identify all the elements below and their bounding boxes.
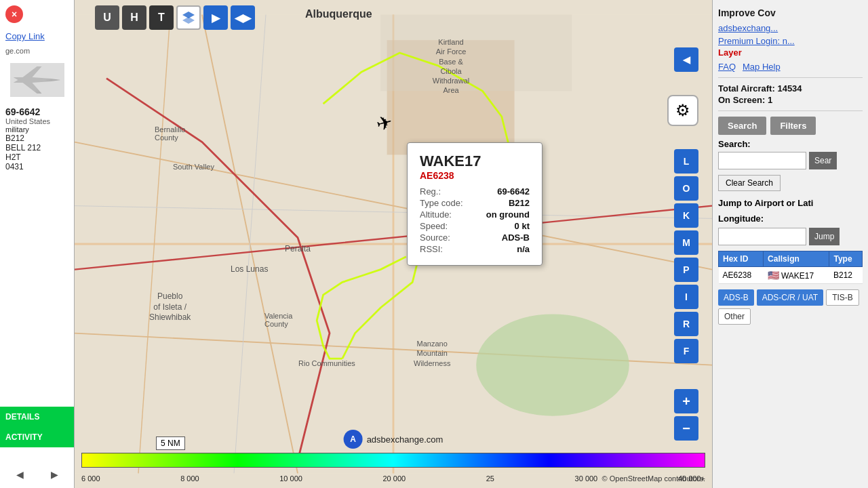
col-hex-id: Hex ID — [719, 251, 764, 266]
jump-label: Jump to Airport or Lati — [718, 198, 863, 209]
map-area[interactable]: Albuquerque KirtlandAir ForceBase &Cibol… — [75, 0, 712, 488]
popup-speed-label: Speed: — [420, 221, 448, 231]
popup-alt-label: Altitude: — [420, 209, 452, 220]
left-url: ge.com — [0, 45, 74, 56]
plane-silhouette-icon — [14, 66, 61, 94]
map-label-south-valley: South Valley — [173, 163, 214, 171]
popup-hex: AE6238 — [420, 170, 530, 181]
search-button[interactable]: Search — [718, 117, 766, 135]
longitude-label: Longitude: — [718, 214, 863, 225]
cell-hex: AE6238 — [719, 266, 764, 283]
panel-layer-label: Layer — [718, 47, 863, 58]
cell-flag-callsign: 🇺🇸 WAKE17 — [764, 266, 829, 283]
scroll-right-arrow-icon[interactable]: ▶ — [51, 469, 58, 480]
map-btn-o[interactable]: O — [674, 176, 698, 201]
gear-button[interactable]: ⚙ — [667, 95, 698, 126]
popup-type-label: Type code: — [420, 198, 463, 208]
layers-icon — [181, 10, 196, 25]
map-btn-i[interactable]: I — [674, 285, 698, 309]
source-adsc-button[interactable]: ADS-C/R / UAT — [757, 289, 823, 306]
jump-input[interactable] — [718, 228, 806, 245]
popup-reg-label: Reg.: — [420, 186, 441, 197]
panel-title: Improve Cov — [718, 7, 863, 19]
map-btn-r[interactable]: R — [674, 312, 698, 336]
left-panel: × Copy Link ge.com 69-6642 United States… — [0, 0, 75, 488]
adsbexchange-logo: A adsbexchange.com — [344, 430, 443, 449]
nm-box: 5 NM — [156, 436, 185, 450]
popup-callsign: WAKE17 — [420, 152, 530, 170]
map-btn-m[interactable]: M — [674, 230, 698, 255]
left-military: military — [5, 125, 68, 134]
map-btn-p[interactable]: P — [674, 258, 698, 282]
svg-line-5 — [138, 15, 170, 474]
map-label-peralta: Peralta — [285, 244, 311, 253]
panel-premium-login[interactable]: Premium Login: n... — [718, 36, 863, 46]
zoom-in-button[interactable]: + — [674, 389, 698, 413]
activity-button[interactable]: ACTIVITY — [0, 427, 75, 447]
btn-arrow-leftright[interactable]: ◀▶ — [231, 5, 255, 30]
popup-type-value: B212 — [475, 198, 530, 208]
left-info: 69-6642 United States military B212 BELL… — [0, 104, 74, 174]
left-hex-id: 0431 — [5, 162, 68, 171]
panel-map-help-link[interactable]: Map Help — [743, 62, 781, 72]
jump-row: Jump — [718, 228, 863, 245]
popup-alt-value: on ground — [475, 209, 530, 220]
copyright-text: © OpenStreetMap contributors. — [602, 474, 705, 483]
alt-label-1: 6 000 — [81, 474, 100, 483]
popup-source-label: Source: — [420, 232, 450, 243]
left-country: United States — [5, 117, 68, 125]
map-toolbar: U H T ▶ ◀▶ — [95, 5, 255, 30]
map-label-rio-communities: Rio Communities — [298, 359, 355, 367]
popup-reg-value: 69-6642 — [475, 186, 530, 197]
right-panel: Improve Cov adsbexchang... Premium Login… — [712, 0, 868, 488]
btn-h[interactable]: H — [122, 5, 146, 30]
scroll-arrows: ◀ ▶ — [0, 466, 75, 483]
panel-divider-1 — [718, 77, 863, 78]
svg-line-4 — [75, 142, 712, 270]
left-type-name: BELL 212 — [5, 143, 68, 152]
left-squawk: H2T — [5, 152, 68, 162]
search-label: Search: — [718, 139, 863, 149]
details-button[interactable]: DETAILS — [0, 407, 75, 427]
btn-layer[interactable] — [176, 5, 201, 30]
btn-t[interactable]: T — [149, 5, 174, 30]
scroll-left-arrow-icon[interactable]: ◀ — [16, 469, 24, 480]
map-nav-btn-back[interactable]: ◀ — [674, 47, 698, 72]
map-label-kirtland: KirtlandAir ForceBase &CibolaWithdrawalA… — [407, 37, 495, 96]
search-filters-btns: Search Filters — [718, 117, 863, 135]
map-label-los-lunas: Los Lunas — [231, 264, 268, 274]
map-label-manzano: ManzanoMountainWilderness — [414, 339, 450, 368]
map-label-pueblo: Puebloof Isleta /Shiewhibak — [149, 291, 191, 323]
lettered-side-btns: L O K M P I R F — [674, 149, 698, 363]
popup-rssi-label: RSSI: — [420, 244, 443, 254]
source-other-button[interactable]: Other — [718, 308, 751, 325]
filters-button[interactable]: Filters — [770, 117, 816, 135]
close-button[interactable]: × — [5, 5, 23, 23]
map-label-valencia: ValenciaCounty — [264, 312, 292, 328]
source-adsb-button[interactable]: ADS-B — [718, 289, 754, 306]
map-btn-l[interactable]: L — [674, 149, 698, 174]
btn-u[interactable]: U — [95, 5, 119, 30]
search-input[interactable] — [718, 152, 806, 169]
btn-arrow-right[interactable]: ▶ — [203, 5, 228, 30]
source-tisb-button[interactable]: TIS-B — [826, 289, 859, 306]
search-go-button[interactable]: Sear — [809, 152, 837, 169]
svg-point-10 — [476, 314, 629, 415]
copy-link[interactable]: Copy Link — [0, 27, 74, 45]
results-table: Hex ID Callsign Type AE6238 🇺🇸 WAKE17 B2… — [718, 251, 863, 284]
alt-label-4: 20 000 — [383, 474, 406, 483]
svg-rect-0 — [75, 15, 712, 474]
left-type-code: B212 — [5, 134, 68, 143]
aircraft-icon[interactable]: ✈ — [374, 110, 395, 136]
zoom-out-button[interactable]: − — [674, 416, 698, 441]
map-btn-f[interactable]: F — [674, 339, 698, 363]
panel-link-adsbexchange[interactable]: adsbexchang... — [718, 23, 863, 33]
panel-nav-links: FAQ Map Help — [718, 62, 863, 72]
panel-faq-link[interactable]: FAQ — [718, 62, 736, 72]
jump-button[interactable]: Jump — [809, 228, 840, 245]
aircraft-popup: WAKE17 AE6238 Reg.: 69-6642 Type code: B… — [407, 142, 542, 266]
map-btn-k[interactable]: K — [674, 203, 698, 228]
clear-search-button[interactable]: Clear Search — [718, 175, 781, 191]
table-row[interactable]: AE6238 🇺🇸 WAKE17 B212 — [719, 266, 863, 283]
alt-label-5: 25 — [486, 474, 494, 483]
